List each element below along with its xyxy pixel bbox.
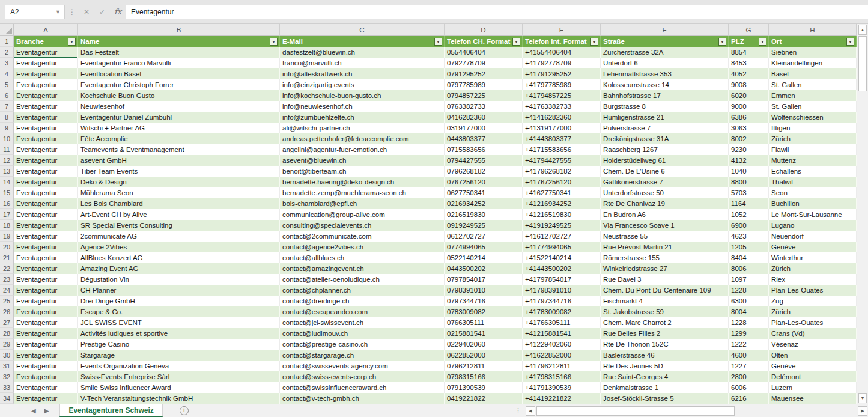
row-number[interactable]: 2 bbox=[0, 47, 14, 58]
cell[interactable]: 6386 bbox=[729, 112, 769, 123]
active-cell[interactable]: Eventagentur bbox=[14, 47, 78, 58]
row-number[interactable]: 15 bbox=[0, 187, 14, 198]
cell[interactable]: 0216519830 bbox=[445, 209, 523, 220]
cell[interactable]: +41794857225 bbox=[523, 90, 601, 101]
cell[interactable]: Fischmarkt 4 bbox=[601, 296, 729, 306]
cell[interactable]: Teamevents & Eventmanagement bbox=[78, 144, 280, 155]
cell[interactable]: Basel bbox=[769, 68, 857, 79]
cell[interactable]: 1227 bbox=[729, 361, 769, 371]
cell[interactable]: 4600 bbox=[729, 350, 769, 361]
row-number[interactable]: 30 bbox=[0, 350, 14, 361]
cell[interactable]: Eventagentur Christoph Forrer bbox=[78, 79, 280, 90]
cell[interactable]: Eventagentur bbox=[14, 68, 78, 79]
insert-function-icon[interactable]: fx bbox=[110, 7, 126, 16]
cell[interactable]: 2800 bbox=[729, 371, 769, 382]
column-header-D[interactable]: D bbox=[445, 24, 523, 36]
cell[interactable]: Eventagentur bbox=[14, 187, 78, 198]
cell[interactable]: Holderstüdeliweg 61 bbox=[601, 155, 729, 166]
vertical-scroll-thumb[interactable] bbox=[858, 36, 867, 91]
cell[interactable]: Plan-Les-Ouates bbox=[769, 317, 857, 328]
cell[interactable]: Römerstrasse 155 bbox=[601, 252, 729, 263]
cell[interactable]: Buchillon bbox=[769, 198, 857, 209]
cell[interactable]: Humligenstrasse 21 bbox=[601, 112, 729, 123]
cell[interactable]: info@alteskraftwerk.ch bbox=[280, 68, 445, 79]
cell[interactable]: 0774994065 bbox=[445, 242, 523, 252]
cell[interactable]: 6006 bbox=[729, 382, 769, 393]
cell[interactable]: Seon bbox=[769, 187, 857, 198]
cell[interactable]: 6300 bbox=[729, 296, 769, 306]
cell[interactable]: 0797854017 bbox=[445, 274, 523, 285]
cell[interactable]: Eventagentur bbox=[14, 112, 78, 123]
cell[interactable]: 0443803377 bbox=[445, 133, 523, 144]
row-number[interactable]: 28 bbox=[0, 328, 14, 339]
cell[interactable]: contact@atelier-oenoludique.ch bbox=[280, 274, 445, 285]
cell[interactable]: St. Gallen bbox=[769, 79, 857, 90]
row-number[interactable]: 23 bbox=[0, 274, 14, 285]
cell[interactable]: V-Tech Veranstaltungstechnik GmbH bbox=[78, 393, 280, 404]
vertical-scroll-track[interactable] bbox=[857, 91, 868, 392]
cell[interactable]: Neuwiesenhof bbox=[78, 101, 280, 112]
column-header-G[interactable]: G bbox=[729, 24, 769, 36]
cell[interactable]: 0612702727 bbox=[445, 231, 523, 242]
cell[interactable]: +41791390539 bbox=[523, 382, 601, 393]
cell[interactable]: Zürich bbox=[769, 306, 857, 317]
cell[interactable]: contact@ludimouv.ch bbox=[280, 328, 445, 339]
row-number[interactable]: 14 bbox=[0, 177, 14, 187]
cell[interactable]: Stargarage bbox=[78, 350, 280, 361]
row-number[interactable]: 4 bbox=[0, 68, 14, 79]
cell[interactable]: bernadette.zemp@muehlerama-seon.ch bbox=[280, 187, 445, 198]
cell[interactable]: 8404 bbox=[729, 252, 769, 263]
cell[interactable]: info@kochschule-buon-gusto.ch bbox=[280, 90, 445, 101]
cell[interactable]: 0416282360 bbox=[445, 112, 523, 123]
cell[interactable]: consulting@specialevents.ch bbox=[280, 220, 445, 231]
cell[interactable]: Eventagentur bbox=[14, 231, 78, 242]
cell[interactable]: 0797344716 bbox=[445, 296, 523, 306]
cell[interactable]: Le Mont-Sur-Lausanne bbox=[769, 209, 857, 220]
cell[interactable]: contact@jcl-swissevent.ch bbox=[280, 317, 445, 328]
cell[interactable]: Unterdorf 6 bbox=[601, 58, 729, 68]
cell[interactable]: 0215881541 bbox=[445, 328, 523, 339]
cell[interactable]: Eventagentur bbox=[14, 252, 78, 263]
cell[interactable]: 1222 bbox=[729, 339, 769, 350]
cell[interactable]: Eventagentur bbox=[14, 306, 78, 317]
cell[interactable]: Gattikonerstrasse 7 bbox=[601, 177, 729, 187]
column-header-E[interactable]: E bbox=[523, 24, 601, 36]
cell[interactable]: 0419221822 bbox=[445, 393, 523, 404]
cell[interactable]: Thalwil bbox=[769, 177, 857, 187]
cell[interactable]: Luzern bbox=[769, 382, 857, 393]
cell[interactable]: Das Festzelt bbox=[78, 47, 280, 58]
cell[interactable]: bois-chamblard@epfl.ch bbox=[280, 198, 445, 209]
row-number[interactable]: 27 bbox=[0, 317, 14, 328]
cell[interactable]: 0767256120 bbox=[445, 177, 523, 187]
cell[interactable]: SR Special Events Consulting bbox=[78, 220, 280, 231]
cell[interactable]: Genève bbox=[769, 361, 857, 371]
cell[interactable]: info@neuwiesenhof.ch bbox=[280, 101, 445, 112]
cell[interactable]: 0783009082 bbox=[445, 306, 523, 317]
cell[interactable]: +41794427555 bbox=[523, 155, 601, 166]
cell[interactable]: Zürich bbox=[769, 263, 857, 274]
row-number[interactable]: 5 bbox=[0, 79, 14, 90]
cell[interactable]: Eventagentur bbox=[14, 393, 78, 404]
cell[interactable]: Escape & Co. bbox=[78, 306, 280, 317]
cell[interactable]: Eventagentur bbox=[14, 328, 78, 339]
cell[interactable]: +41419221822 bbox=[523, 393, 601, 404]
table-header-cell-C[interactable]: E-Mail▼ bbox=[280, 36, 445, 47]
column-header-H[interactable]: H bbox=[769, 24, 857, 36]
cell[interactable]: Wolfenschiessen bbox=[769, 112, 857, 123]
cell[interactable]: bernadette.haering@deko-design.ch bbox=[280, 177, 445, 187]
cell[interactable]: +41797854017 bbox=[523, 274, 601, 285]
chevron-down-icon[interactable]: ▼ bbox=[52, 9, 64, 15]
cell[interactable]: 5703 bbox=[729, 187, 769, 198]
cell[interactable]: info@zumbuehlzelte.ch bbox=[280, 112, 445, 123]
cell[interactable]: Drei Dinge GmbH bbox=[78, 296, 280, 306]
cell[interactable]: 0763382733 bbox=[445, 101, 523, 112]
cell[interactable]: Raaschberg 1267 bbox=[601, 144, 729, 155]
cell[interactable]: asevent@bluewin.ch bbox=[280, 155, 445, 166]
cell[interactable]: Kleinandelfingen bbox=[769, 58, 857, 68]
cell[interactable]: 0794427555 bbox=[445, 155, 523, 166]
cell[interactable]: St. Jakobstrasse 59 bbox=[601, 306, 729, 317]
cell[interactable]: +41216934252 bbox=[523, 198, 601, 209]
row-number[interactable]: 13 bbox=[0, 166, 14, 177]
enter-icon[interactable]: ✓ bbox=[94, 8, 110, 16]
cell[interactable]: Via Francesco Soave 1 bbox=[601, 220, 729, 231]
